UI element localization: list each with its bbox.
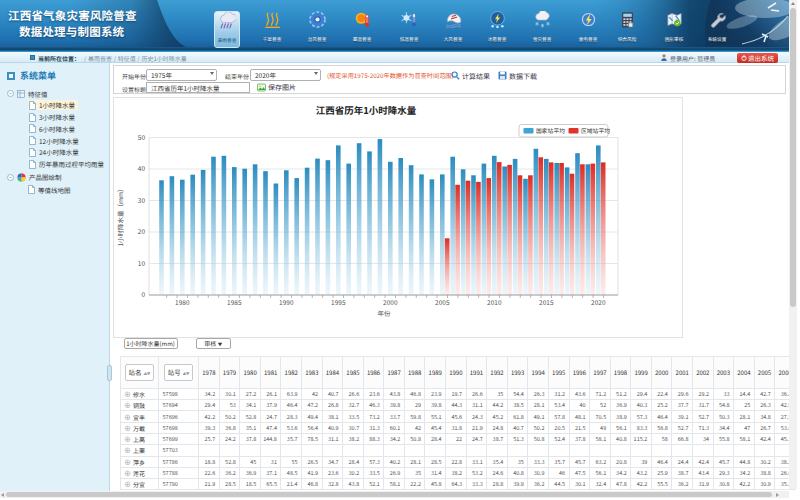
svg-text:0: 0 bbox=[141, 289, 145, 299]
svg-text:国家站平均: 国家站平均 bbox=[536, 126, 565, 135]
svg-text:2015: 2015 bbox=[539, 297, 554, 307]
svg-text:1980: 1980 bbox=[175, 297, 190, 307]
svg-text:区域站平均: 区域站平均 bbox=[581, 126, 610, 135]
svg-text:1990: 1990 bbox=[279, 297, 294, 307]
svg-text:20: 20 bbox=[138, 226, 146, 236]
svg-text:2005: 2005 bbox=[435, 297, 450, 307]
svg-text:1小时降水量（mm）: 1小时降水量（mm） bbox=[115, 185, 125, 246]
svg-text:10: 10 bbox=[138, 258, 146, 268]
svg-text:2020: 2020 bbox=[591, 297, 606, 307]
svg-text:30: 30 bbox=[138, 195, 146, 205]
svg-text:江西省历年1小时降水量: 江西省历年1小时降水量 bbox=[316, 103, 417, 117]
svg-text:2000: 2000 bbox=[383, 297, 398, 307]
svg-text:年份: 年份 bbox=[378, 308, 392, 318]
svg-text:40: 40 bbox=[138, 163, 146, 173]
svg-text:1995: 1995 bbox=[331, 297, 346, 307]
svg-text:2010: 2010 bbox=[487, 297, 502, 307]
svg-text:50: 50 bbox=[138, 132, 146, 142]
svg-text:1985: 1985 bbox=[227, 297, 242, 307]
